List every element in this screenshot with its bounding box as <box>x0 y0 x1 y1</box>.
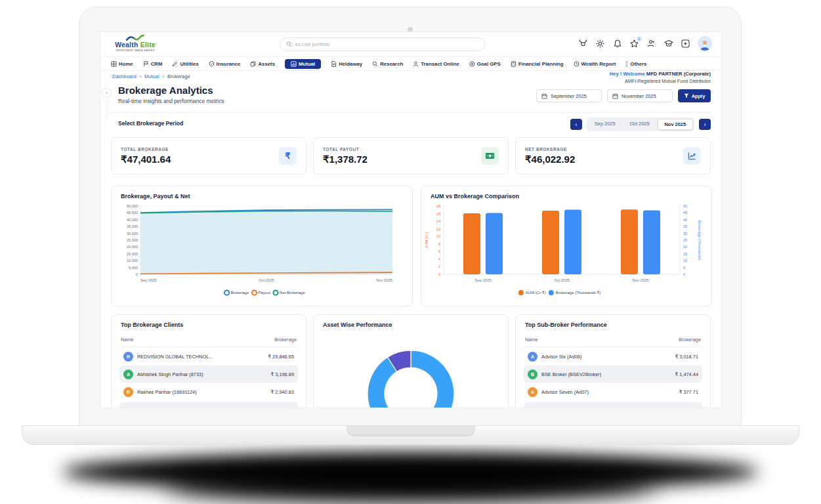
top-sub-broker-performance-card: Top Sub-Broker Performance Name Brokerag… <box>515 314 711 408</box>
breadcrumb-mutual[interactable]: Mutual <box>144 74 159 79</box>
nav-item-insurance[interactable]: Insurance <box>209 61 241 67</box>
nav-item-wealth-report[interactable]: Wealth Report <box>574 61 616 67</box>
nav-item-mutual[interactable]: Mutual <box>285 59 321 69</box>
person-star-icon[interactable] <box>646 39 656 49</box>
table-row[interactable]: B BSE Broker (BSEV2Broker) ₹ 1,474.44 <box>524 366 702 383</box>
period-selector-label: Select Brokerage Period <box>118 120 183 127</box>
notifications-bell-icon[interactable] <box>612 39 622 49</box>
nav-item-goal-gps[interactable]: Goal GPS <box>469 61 501 67</box>
welcome-greeting: Hey ! Welcome <box>610 71 645 77</box>
period-pill-oct[interactable]: Oct 2025 <box>623 119 656 130</box>
net-brokerage-card: NET BROKERAGE ₹46,022.92 <box>515 137 711 175</box>
stat-value: ₹46,022.92 <box>525 154 575 165</box>
wealth-elite-logo[interactable]: Wealth Elite INVESTMENT MADE EASIER <box>112 35 158 52</box>
svg-text:4: 4 <box>438 257 440 261</box>
nav-item-assets[interactable]: Assets <box>250 61 275 67</box>
logo-word-wealth: Wealth <box>115 41 138 49</box>
period-prev-button[interactable]: ‹ <box>570 119 582 130</box>
search-input[interactable] <box>295 41 478 47</box>
education-cap-icon[interactable] <box>663 39 673 49</box>
logo-word-elite: Elite <box>140 41 156 49</box>
svg-text:Oct 2025: Oct 2025 <box>259 278 274 282</box>
page-subtitle: Real-time insights and performance metri… <box>118 98 224 104</box>
start-date-picker[interactable]: September 2025 <box>536 89 602 102</box>
svg-text:15,000: 15,000 <box>127 252 138 256</box>
target-icon <box>469 61 475 67</box>
calendar-icon <box>541 93 547 99</box>
video-guide-icon[interactable] <box>681 39 690 49</box>
start-date-value: September 2025 <box>551 93 587 99</box>
star-icon[interactable]: 1 <box>629 39 639 49</box>
breadcrumb: Dashboard > Mutual > Brokerage <box>112 74 190 79</box>
breadcrumb-current: Brokerage <box>167 74 190 79</box>
table-row[interactable]: R Rakhee Parihar (16691124) ₹ 2,940.83 <box>119 383 298 400</box>
stat-label: NET BROKERAGE <box>525 147 575 152</box>
end-date-value: November 2025 <box>621 93 656 99</box>
nav-item-others[interactable]: Others <box>625 61 646 67</box>
copy-docs-icon <box>250 61 256 67</box>
avatar: R <box>123 387 133 397</box>
topbar-icon-group: 1 <box>578 36 712 51</box>
svg-text:Net Brokerage: Net Brokerage <box>280 291 305 295</box>
global-search[interactable] <box>280 37 485 51</box>
svg-text:16: 16 <box>436 212 440 216</box>
nav-item-research[interactable]: Research <box>372 61 403 67</box>
stat-label: TOTAL PAYOUT <box>323 147 368 152</box>
laptop-screen-bezel: Wealth Elite INVESTMENT MADE EASIER <box>79 7 742 427</box>
bottom-row: Top Brokerage Clients Name Brokerage R R… <box>111 314 711 408</box>
nav-item-transact-online[interactable]: Transact Online <box>413 61 459 67</box>
svg-text:8: 8 <box>438 242 440 246</box>
svg-text:45,000: 45,000 <box>127 211 138 215</box>
nav-item-financial-planning[interactable]: Financial Planning <box>511 61 564 67</box>
svg-text:14: 14 <box>436 219 440 223</box>
charts-row: Brokerage, Payout & Net 05,00010,00015,0… <box>111 186 712 306</box>
main-navigation: Home CRM Utilities Insurance Assets Mutu… <box>100 57 721 71</box>
table-header: Name Brokerage <box>119 332 298 347</box>
period-pill-nov-selected[interactable]: Nov 2025 <box>658 119 693 130</box>
brokerage-payout-net-chart-card: Brokerage, Payout & Net 05,00010,00015,0… <box>111 186 413 306</box>
person-icon <box>413 61 419 67</box>
welcome-user-name: MFD PARTNER (Corporate) <box>646 71 711 77</box>
flag-icon <box>143 61 149 67</box>
svg-text:Oct 2025: Oct 2025 <box>554 278 570 282</box>
logo-swoosh-icon <box>125 35 145 41</box>
svg-text:25,000: 25,000 <box>127 238 138 242</box>
brightness-icon[interactable] <box>595 39 605 49</box>
avatar: A <box>528 352 537 362</box>
period-pill-sep[interactable]: Sep 2025 <box>588 119 622 130</box>
end-date-picker[interactable]: November 2025 <box>607 89 673 102</box>
svg-text:35,000: 35,000 <box>127 224 138 228</box>
svg-text:Sep 2025: Sep 2025 <box>140 278 157 282</box>
breadcrumb-dashboard[interactable]: Dashboard <box>112 74 137 79</box>
svg-text:45: 45 <box>683 211 687 215</box>
breadcrumb-separator: > <box>162 74 165 79</box>
stat-label: TOTAL BROKERAGE <box>121 147 171 152</box>
user-avatar[interactable] <box>698 36 712 51</box>
svg-text:25: 25 <box>683 238 687 242</box>
svg-text:Nov 2025: Nov 2025 <box>633 278 649 282</box>
svg-text:0: 0 <box>438 272 440 276</box>
table-row[interactable]: A Abhishek Singh Parihar (8733) ₹ 3,196.… <box>119 366 298 383</box>
nav-item-heldaway[interactable]: Heldaway <box>331 61 362 67</box>
svg-text:Sep 2025: Sep 2025 <box>475 278 492 282</box>
table-row[interactable]: A Advisor Seven (Ad07) ₹ 377.71 <box>524 383 702 400</box>
stat-value: ₹1,378.72 <box>323 154 368 165</box>
nav-item-home[interactable]: Home <box>111 61 133 67</box>
card-title: Top Sub-Broker Performance <box>516 315 710 329</box>
total-payout-card: TOTAL PAYOUT ₹1,378.72 <box>313 137 509 175</box>
chart-title: Brokerage, Payout & Net <box>112 186 412 201</box>
period-next-button[interactable]: › <box>699 119 711 130</box>
magnifier-icon <box>372 61 378 67</box>
svg-text:Brokerage (Thousands): Brokerage (Thousands) <box>698 220 702 261</box>
bull-market-icon[interactable] <box>578 39 588 49</box>
sidebar-collapse-button[interactable]: › <box>102 88 112 98</box>
stats-row: TOTAL BROKERAGE ₹47,401.64 ₹ TOTAL PAYOU… <box>111 137 711 175</box>
nav-item-crm[interactable]: CRM <box>143 61 163 67</box>
svg-text:6: 6 <box>438 249 440 253</box>
period-selector: ‹ Sep 2025 Oct 2025 Nov 2025 › <box>570 117 711 131</box>
table-row[interactable]: R REDVISION GLOBAL TECHNOL... ₹ 29,846.6… <box>119 348 298 365</box>
table-row[interactable]: A Advisor Six (Ad06) ₹ 3,018.71 <box>524 348 702 365</box>
svg-text:40,000: 40,000 <box>127 218 138 222</box>
nav-item-utilities[interactable]: Utilities <box>172 61 198 67</box>
apply-button[interactable]: Apply <box>678 89 711 102</box>
